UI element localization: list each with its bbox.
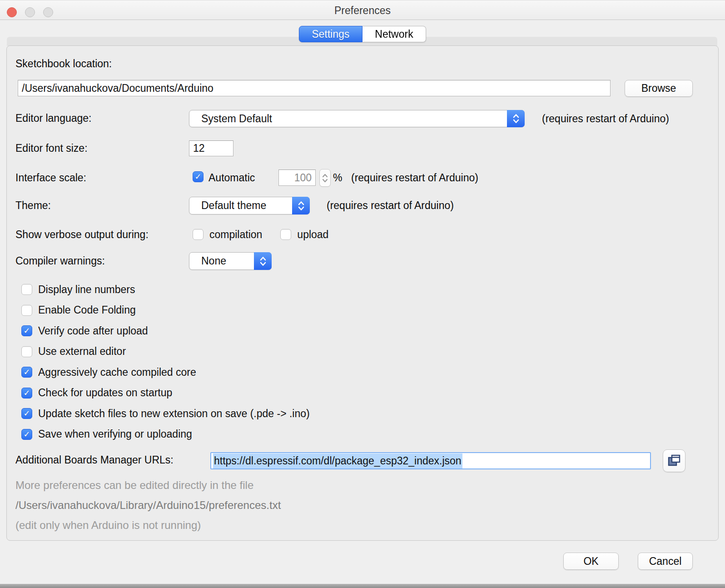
selected-url-text: https://dl.espressif.com/dl/package_esp3… bbox=[213, 453, 462, 468]
compiler-warnings-label: Compiler warnings: bbox=[15, 255, 105, 267]
checkbox-label: Aggressively cache compiled core bbox=[38, 366, 196, 379]
editor-language-label: Editor language: bbox=[15, 112, 92, 125]
overlapping-windows-icon bbox=[667, 453, 681, 468]
checkbox-label: Display line numbers bbox=[38, 284, 135, 296]
interface-scale-stepper[interactable] bbox=[319, 169, 331, 187]
sketchbook-location-input[interactable]: /Users/ivanahuckova/Documents/Arduino bbox=[18, 80, 611, 96]
window-bottom-edge bbox=[0, 584, 725, 588]
theme-label: Theme: bbox=[15, 199, 51, 212]
verbose-options: compilation upload bbox=[193, 228, 328, 241]
compiler-warnings-select[interactable]: None bbox=[189, 252, 272, 270]
interface-scale-value-input[interactable]: 100 bbox=[278, 169, 316, 186]
interface-scale-percent-sign: % bbox=[333, 172, 342, 184]
checkbox-label: compilation bbox=[209, 229, 262, 241]
interface-scale-label: Interface scale: bbox=[15, 172, 86, 184]
checkbox-label: Use external editor bbox=[38, 345, 126, 358]
checkbox-label: Check for updates on startup bbox=[38, 387, 172, 399]
checkbox-row: Check for updates on startup bbox=[21, 386, 310, 400]
checkbox[interactable] bbox=[280, 229, 291, 240]
chevron-up-down-icon bbox=[507, 110, 525, 127]
checkbox[interactable] bbox=[193, 229, 204, 240]
interface-scale-automatic-checkbox[interactable] bbox=[193, 171, 204, 182]
editor-language-value: System Default bbox=[189, 113, 272, 125]
checkbox[interactable] bbox=[21, 429, 32, 440]
checkbox-label: Save when verifying or uploading bbox=[38, 428, 192, 440]
checkbox-row: Enable Code Folding bbox=[21, 304, 310, 317]
sketchbook-location-label: Sketchbook location: bbox=[15, 58, 112, 70]
tab-network[interactable]: Network bbox=[362, 26, 426, 42]
cancel-button[interactable]: Cancel bbox=[638, 553, 693, 570]
checkbox-label: Verify code after upload bbox=[38, 325, 148, 337]
checkbox-label: Enable Code Folding bbox=[38, 304, 136, 316]
ok-button[interactable]: OK bbox=[563, 553, 619, 570]
checkbox[interactable] bbox=[21, 367, 32, 378]
preferences-file-path: /Users/ivanahuckova/Library/Arduino15/pr… bbox=[15, 499, 281, 512]
checkbox-row: upload bbox=[280, 228, 328, 241]
tab-bar: Settings Network bbox=[299, 26, 426, 42]
options-checkbox-list: Display line numbers Enable Code Folding… bbox=[21, 283, 310, 441]
theme-select[interactable]: Default theme bbox=[189, 197, 310, 214]
tab-settings[interactable]: Settings bbox=[299, 26, 362, 42]
checkbox-label: Update sketch files to new extension on … bbox=[38, 408, 310, 420]
theme-restart-note: (requires restart of Arduino) bbox=[327, 199, 454, 212]
browse-button[interactable]: Browse bbox=[625, 80, 693, 97]
checkbox[interactable] bbox=[21, 305, 32, 316]
checkbox-row: Aggressively cache compiled core bbox=[21, 365, 310, 379]
footer-note-line1: More preferences can be edited directly … bbox=[15, 479, 253, 492]
verbose-output-label: Show verbose output during: bbox=[15, 229, 149, 241]
checkbox[interactable] bbox=[21, 388, 32, 399]
edit-urls-button[interactable] bbox=[663, 449, 685, 472]
editor-font-size-input[interactable]: 12 bbox=[189, 140, 233, 156]
stepper-arrows-icon bbox=[322, 172, 328, 184]
checkbox-row: Use external editor bbox=[21, 345, 310, 359]
window-title: Preferences bbox=[0, 5, 725, 17]
checkbox[interactable] bbox=[21, 284, 32, 295]
checkbox-label: upload bbox=[297, 229, 328, 241]
theme-value: Default theme bbox=[189, 199, 266, 212]
interface-scale-restart-note: (requires restart of Arduino) bbox=[351, 172, 478, 184]
interface-scale-automatic-label: Automatic bbox=[209, 172, 255, 184]
boards-manager-urls-label: Additional Boards Manager URLs: bbox=[15, 454, 174, 466]
chevron-up-down-icon bbox=[292, 197, 310, 214]
boards-manager-urls-input[interactable]: https://dl.espressif.com/dl/package_esp3… bbox=[210, 452, 651, 469]
checkbox-row: Save when verifying or uploading bbox=[21, 428, 310, 441]
language-restart-note: (requires restart of Arduino) bbox=[542, 113, 669, 125]
checkbox-row: Update sketch files to new extension on … bbox=[21, 407, 310, 420]
checkbox[interactable] bbox=[21, 325, 32, 336]
checkbox-row: Verify code after upload bbox=[21, 324, 310, 338]
footer-note-line3: (edit only when Arduino is not running) bbox=[15, 519, 201, 532]
editor-language-select[interactable]: System Default bbox=[189, 110, 525, 127]
checkbox[interactable] bbox=[21, 346, 32, 357]
checkbox-row: Display line numbers bbox=[21, 283, 310, 296]
compiler-warnings-value: None bbox=[189, 255, 226, 267]
editor-font-size-label: Editor font size: bbox=[15, 142, 88, 154]
checkbox-row: compilation bbox=[193, 228, 262, 241]
checkbox[interactable] bbox=[21, 408, 32, 419]
chevron-up-down-icon bbox=[254, 252, 272, 270]
settings-panel: Sketchbook location: /Users/ivanahuckova… bbox=[6, 45, 719, 541]
title-bar: Preferences bbox=[0, 0, 725, 20]
